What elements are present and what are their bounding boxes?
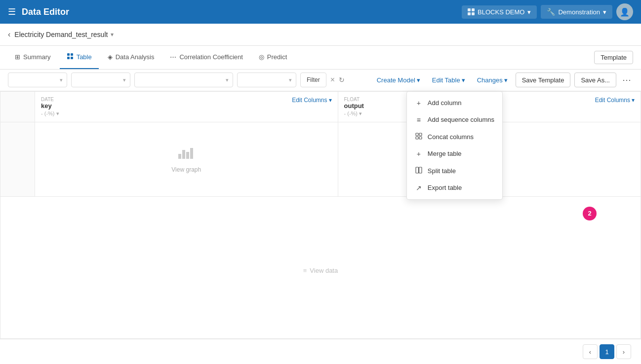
save-as-button[interactable]: Save As... bbox=[574, 73, 616, 87]
split-icon bbox=[415, 167, 423, 175]
row-number-header bbox=[0, 92, 35, 122]
create-model-chevron: ▾ bbox=[417, 76, 420, 84]
tab-correlation-label: Correlation Coefficient bbox=[179, 53, 242, 61]
key-col-name: key bbox=[41, 102, 59, 109]
edit-columns-chevron-2: ▾ bbox=[632, 97, 635, 104]
add-column-icon: + bbox=[415, 99, 423, 107]
table-section: DATE key - (-%) ▾ Edit Columns ▾ bbox=[0, 91, 641, 339]
svg-rect-12 bbox=[416, 167, 419, 173]
filter-dropdown-1[interactable]: ▾ bbox=[8, 73, 67, 87]
svg-rect-6 bbox=[186, 152, 189, 159]
svg-rect-2 bbox=[67, 57, 70, 59]
main-content: ▾ ▾ ▾ ▾ Filter × ↻ Create Model ▾ bbox=[0, 70, 641, 339]
edit-table-dropdown: + Add column ≡ Add sequence columns Conc… bbox=[406, 91, 503, 200]
dropdown-add-column[interactable]: + Add column bbox=[407, 95, 502, 111]
sub-header: ‹ Electricity Demand_test_result ▾ bbox=[0, 24, 641, 46]
key-col-sort: - (-%) ▾ bbox=[41, 110, 59, 117]
filter-dropdown-4[interactable]: ▾ bbox=[237, 73, 296, 87]
avatar-icon: 👤 bbox=[620, 7, 630, 17]
badge-2: 2 bbox=[583, 207, 597, 220]
svg-rect-9 bbox=[419, 133, 422, 136]
svg-rect-13 bbox=[419, 167, 422, 173]
tab-summary[interactable]: ⊞ Summary bbox=[8, 45, 58, 69]
key-graph-cell[interactable]: View graph bbox=[35, 122, 338, 196]
dropdown-split-table[interactable]: Split table bbox=[407, 162, 502, 180]
demonstration-button[interactable]: 🔧 Demonstration ▾ bbox=[541, 5, 612, 19]
sort-chevron: ▾ bbox=[56, 110, 59, 117]
correlation-icon: ⋯ bbox=[170, 53, 176, 61]
tab-summary-label: Summary bbox=[23, 53, 51, 61]
refresh-button[interactable]: ↻ bbox=[339, 76, 345, 84]
blocks-demo-icon bbox=[468, 8, 475, 15]
toolbar: ▾ ▾ ▾ ▾ Filter × ↻ Create Model ▾ bbox=[0, 70, 641, 91]
output-col-sort: - (-%) ▾ bbox=[344, 110, 364, 117]
edit-columns-chevron: ▾ bbox=[329, 97, 332, 104]
tab-table[interactable]: Table bbox=[60, 45, 99, 69]
svg-rect-10 bbox=[416, 137, 418, 139]
chevron-down-icon: ▾ bbox=[60, 77, 63, 83]
dropdown-add-sequence[interactable]: ≡ Add sequence columns bbox=[407, 111, 502, 128]
svg-rect-0 bbox=[67, 53, 70, 56]
svg-rect-8 bbox=[416, 133, 418, 136]
view-graph-label: View graph bbox=[171, 166, 201, 173]
table-icon bbox=[67, 53, 74, 61]
avatar[interactable]: 👤 bbox=[616, 3, 633, 20]
dropdown-concat-columns[interactable]: Concat columns bbox=[407, 128, 502, 146]
merge-label: Merge table bbox=[428, 150, 462, 157]
svg-rect-7 bbox=[190, 148, 193, 159]
edit-table-button[interactable]: Edit Table ▾ bbox=[428, 74, 469, 86]
demonstration-label: Demonstration bbox=[558, 8, 600, 16]
concat-label: Concat columns bbox=[428, 133, 474, 141]
changes-label: Changes bbox=[477, 76, 503, 84]
predict-icon: ◎ bbox=[259, 53, 264, 61]
more-button[interactable]: ⋯ bbox=[620, 74, 633, 85]
view-data-area[interactable]: ≡ View data bbox=[0, 197, 641, 339]
row-number bbox=[0, 122, 35, 196]
tabs-bar: ⊞ Summary Table ◈ Data Analysis ⋯ Correl… bbox=[0, 46, 641, 70]
create-model-button[interactable]: Create Model ▾ bbox=[373, 74, 424, 86]
tab-predict[interactable]: ◎ Predict bbox=[252, 45, 294, 69]
sort-chevron-2: ▾ bbox=[359, 110, 362, 117]
save-template-button[interactable]: Save Template bbox=[516, 73, 571, 87]
export-label: Export table bbox=[428, 184, 462, 191]
dataset-chevron: ▾ bbox=[111, 31, 114, 38]
back-button[interactable]: ‹ bbox=[8, 30, 10, 39]
dropdown-merge-table[interactable]: + Merge table bbox=[407, 146, 502, 162]
table-row: View graph bbox=[0, 122, 641, 197]
tab-correlation[interactable]: ⋯ Correlation Coefficient bbox=[163, 45, 249, 69]
filter-dropdown-3[interactable]: ▾ bbox=[134, 73, 233, 87]
blocks-demo-button[interactable]: BLOCKS DEMO ▾ bbox=[462, 5, 537, 19]
edit-table-chevron: ▾ bbox=[462, 76, 465, 84]
dropdown-export-table[interactable]: ↗ Export table bbox=[407, 180, 502, 196]
merge-icon: + bbox=[415, 150, 423, 158]
concat-icon bbox=[415, 133, 423, 141]
tab-data-analysis[interactable]: ◈ Data Analysis bbox=[101, 45, 161, 69]
dataset-name: Electricity Demand_test_result bbox=[14, 31, 108, 38]
pagination-prev[interactable]: ‹ bbox=[583, 344, 598, 359]
pagination-page-1[interactable]: 1 bbox=[600, 344, 614, 359]
template-button[interactable]: Template bbox=[594, 51, 633, 64]
menu-icon[interactable]: ☰ bbox=[8, 6, 16, 17]
chevron-down-icon-4: ▾ bbox=[289, 77, 292, 83]
chevron-down-icon-3: ▾ bbox=[226, 77, 229, 83]
view-data-icon: ≡ bbox=[303, 267, 307, 274]
edit-columns-key-button[interactable]: Edit Columns ▾ bbox=[292, 97, 331, 104]
dataset-title: Electricity Demand_test_result ▾ bbox=[14, 31, 114, 38]
add-column-label: Add column bbox=[428, 99, 462, 107]
filter-button[interactable]: Filter bbox=[300, 73, 326, 87]
changes-button[interactable]: Changes ▾ bbox=[473, 74, 512, 86]
back-icon: ‹ bbox=[8, 30, 10, 38]
svg-rect-5 bbox=[182, 150, 185, 159]
app-title: Data Editor bbox=[22, 7, 69, 17]
clear-button[interactable]: × bbox=[330, 75, 335, 84]
pagination-next[interactable]: › bbox=[616, 344, 631, 359]
edit-columns-output-button[interactable]: Edit Columns ▾ bbox=[595, 97, 635, 104]
data-analysis-icon: ◈ bbox=[108, 53, 113, 61]
tab-table-label: Table bbox=[77, 53, 92, 61]
export-icon: ↗ bbox=[415, 184, 423, 192]
filter-dropdown-2[interactable]: ▾ bbox=[71, 73, 130, 87]
create-model-label: Create Model bbox=[377, 76, 415, 84]
edit-table-label: Edit Table bbox=[432, 76, 460, 84]
svg-rect-3 bbox=[71, 57, 73, 59]
svg-rect-11 bbox=[419, 137, 422, 139]
